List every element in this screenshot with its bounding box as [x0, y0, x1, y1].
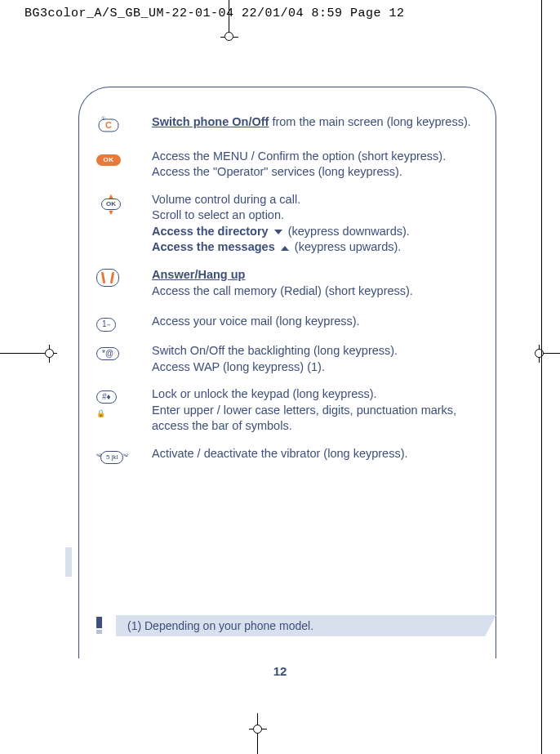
instruction-text: Switch On/Off the backlighting (long key… [152, 343, 480, 375]
svg-text:①: ① [101, 116, 105, 121]
answer-icon [96, 267, 152, 299]
key-1-icon: 1⎓ [96, 314, 152, 332]
instruction-text: Switch phone On/Off from the main screen… [152, 114, 480, 137]
crop-mark [257, 713, 258, 754]
footnote: (1) Depending on your phone model. [78, 615, 496, 638]
print-header-info: BG3color_A/S_GB_UM-22-01-04 22/01/04 8:5… [24, 7, 405, 20]
crop-mark [253, 725, 262, 734]
thumb-tab [65, 547, 72, 577]
triangle-down-icon [274, 230, 282, 234]
key-hash-icon: #♦ 🔒 [96, 386, 152, 435]
footnote-text: (1) Depending on your phone model. [127, 619, 313, 632]
vibrate-icon: ༄ [123, 451, 127, 461]
instruction-row: *@ Switch On/Off the backlighting (long … [96, 343, 480, 375]
key-star-icon: *@ [96, 343, 152, 375]
ok-filled-icon: OK [96, 149, 152, 181]
content-body: C① Switch phone On/Off from the main scr… [96, 114, 480, 475]
instruction-row: ▲ OK ▼ Volume control during a call. Scr… [96, 192, 480, 256]
instruction-text: Volume control during a call. Scroll to … [152, 192, 480, 256]
instruction-row: Answer/Hang up Access the call memory (R… [96, 267, 480, 299]
heading: Answer/Hang up [152, 268, 245, 281]
instruction-text: Lock or unlock the keypad (long keypress… [152, 386, 480, 435]
instruction-row: OK Access the MENU / Confirm the option … [96, 149, 480, 181]
instruction-text: Access the MENU / Confirm the option (sh… [152, 149, 480, 181]
page-number: 12 [0, 664, 560, 678]
instruction-text: Activate / deactivate the vibrator (long… [152, 446, 480, 464]
footnote-bg: (1) Depending on your phone model. [116, 615, 496, 636]
crop-mark [45, 349, 54, 358]
trim-edge [541, 0, 542, 754]
ok-scroll-icon: ▲ OK ▼ [96, 192, 152, 256]
heading: Switch phone On/Off [152, 115, 269, 128]
instruction-row: C① Switch phone On/Off from the main scr… [96, 114, 480, 137]
instruction-text: Answer/Hang up Access the call memory (R… [152, 267, 480, 299]
instruction-row: ༄5 jkl༄ Activate / deactivate the vibrat… [96, 446, 480, 464]
c-key-icon: C① [96, 114, 152, 137]
crop-mark [535, 349, 544, 358]
triangle-up-icon [281, 246, 289, 251]
crop-mark [224, 32, 233, 41]
instruction-row: 1⎓ Access your voice mail (long keypress… [96, 314, 480, 332]
exclamation-icon [95, 617, 103, 634]
lock-icon: 🔒 [96, 409, 105, 417]
key-5-vib-icon: ༄5 jkl༄ [96, 446, 152, 464]
instruction-text: Access your voice mail (long keypress). [152, 314, 480, 332]
instruction-row: #♦ 🔒 Lock or unlock the keypad (long key… [96, 386, 480, 435]
svg-text:C: C [105, 120, 112, 130]
